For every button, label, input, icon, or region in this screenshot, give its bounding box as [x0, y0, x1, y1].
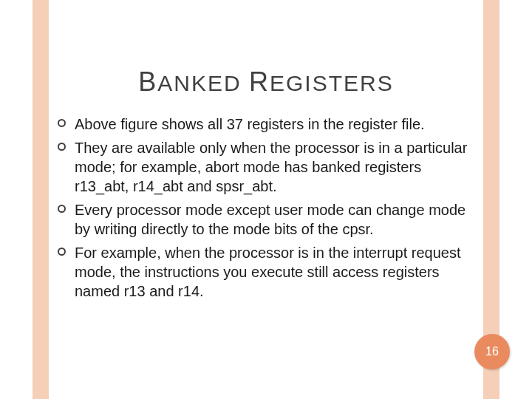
title-cap-r: R: [249, 66, 270, 97]
bullet-icon: [58, 205, 66, 213]
page-number: 16: [485, 345, 499, 358]
title-rest-egisters: EGISTERS: [270, 71, 394, 95]
bullet-text: Above figure shows all 37 registers in t…: [75, 115, 474, 134]
title-cap-b: B: [138, 66, 157, 97]
list-item: For example, when the processor is in th…: [58, 243, 474, 301]
bullet-text: They are available only when the process…: [75, 138, 474, 196]
page-number-badge: 16: [474, 334, 510, 369]
bullet-text: For example, when the processor is in th…: [75, 243, 474, 301]
list-item: They are available only when the process…: [58, 138, 474, 196]
bullet-icon: [58, 248, 66, 256]
slide-title: BANKED REGISTERS: [0, 66, 532, 98]
bullet-list: Above figure shows all 37 registers in t…: [58, 115, 474, 305]
accent-bar-left: [33, 0, 49, 399]
bullet-text: Every processor mode except user mode ca…: [75, 200, 474, 239]
list-item: Above figure shows all 37 registers in t…: [58, 115, 474, 134]
bullet-icon: [58, 143, 66, 151]
bullet-icon: [58, 119, 66, 127]
title-rest-anked: ANKED: [157, 71, 249, 95]
list-item: Every processor mode except user mode ca…: [58, 200, 474, 239]
